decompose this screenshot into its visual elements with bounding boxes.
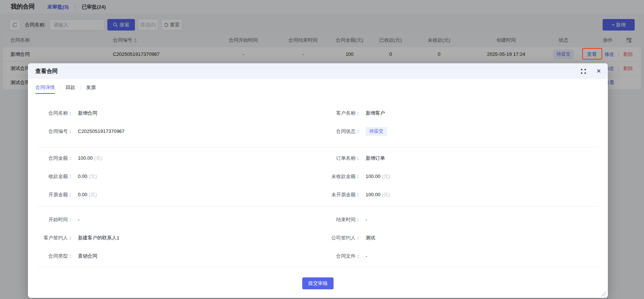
- field-contract-amount: 合同金额：100.00(元): [28, 155, 318, 162]
- field-start-date: 开始时间：-: [28, 216, 318, 223]
- close-button[interactable]: ✕: [596, 68, 602, 74]
- field-contract-name: 合同名称：新增合同: [28, 110, 318, 117]
- field-contract-status: 合同状态：待提交: [318, 127, 608, 136]
- submit-review-button[interactable]: 提交审核: [302, 277, 334, 289]
- contract-detail-panel: 合同名称：新增合同 客户名称：新增客户 合同编号：C20250519173709…: [28, 96, 608, 267]
- field-customer-name: 客户名称：新增客户: [318, 110, 608, 117]
- modal-tabs: 合同详情 回款 发票: [28, 79, 608, 96]
- modal-title: 查看合同: [35, 68, 58, 75]
- tab-contract-detail[interactable]: 合同详情: [35, 79, 55, 96]
- resize-handle-icon[interactable]: [600, 291, 606, 296]
- tab-divider: [80, 85, 81, 90]
- status-badge: 待提交: [366, 127, 387, 136]
- tab-invoice[interactable]: 发票: [86, 79, 96, 96]
- annotation-highlight-box: [582, 48, 602, 60]
- view-contract-modal: 查看合同 ✕ 合同详情 回款 发票 合同名称：新增合同: [28, 63, 608, 298]
- modal-header: 查看合同 ✕: [28, 63, 608, 79]
- field-received-amount: 收款金额：0.00(元): [28, 173, 318, 180]
- modal-footer: 提交审核: [38, 267, 598, 298]
- fullscreen-button[interactable]: [580, 68, 587, 74]
- field-customer-signer: 客户签约人：新建客户的联系人1: [28, 235, 318, 241]
- field-order-name: 订单名称：新增订单: [318, 155, 608, 162]
- tab-divider: [60, 85, 60, 90]
- field-contract-number: 合同编号：C2025051917370967: [28, 128, 318, 135]
- field-end-date: 结束时间：-: [318, 216, 608, 223]
- fullscreen-icon: [581, 69, 586, 74]
- field-contract-file: 合同文件：-: [318, 253, 608, 260]
- field-uninvoiced-amount: 未开票金额：100.00(元): [318, 191, 608, 198]
- field-company-signer: 公司签约人：测试: [318, 235, 608, 241]
- field-invoiced-amount: 开票金额：0.00(元): [28, 191, 318, 198]
- tab-payment[interactable]: 回款: [66, 79, 75, 96]
- field-contract-type: 合同类型：直销合同: [28, 253, 318, 260]
- field-unreceived-amount: 未收款金额：100.00(元): [318, 173, 608, 180]
